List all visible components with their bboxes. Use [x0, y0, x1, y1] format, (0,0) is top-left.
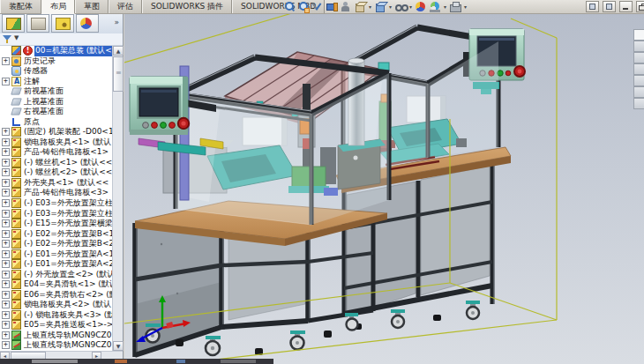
- expander-icon[interactable]: +: [2, 168, 10, 176]
- tree-item-2[interactable]: +历史记录: [0, 56, 112, 67]
- command-tab-2[interactable]: 布局: [41, 0, 75, 14]
- tree-item-8[interactable]: 原点: [0, 117, 112, 128]
- part-icon: [11, 279, 21, 289]
- tree-item-20[interactable]: +(-) E02=外壳放置架B<2: [0, 239, 112, 249]
- measure-icon[interactable]: [326, 1, 338, 12]
- tree-item-28[interactable]: +E05=夹具推送板<1>->: [0, 320, 112, 331]
- doc-window-button-1[interactable]: [586, 1, 599, 12]
- tree-item-11[interactable]: +产品-铸铝件电路板<1>: [0, 147, 112, 158]
- tree-item-3[interactable]: 传感器: [0, 66, 112, 77]
- section-view-icon[interactable]: [311, 1, 324, 12]
- tree-vertical-scrollbar[interactable]: ▲ ▼: [112, 46, 123, 351]
- command-tab-5[interactable]: SOLIDWORKS 插件: [142, 0, 232, 13]
- tree-item-12[interactable]: +(-) 螺丝机<1> (默认<<: [0, 158, 112, 168]
- expander-icon[interactable]: +: [2, 159, 10, 167]
- tree-item-17[interactable]: +(-) E03=外壳放置架立柱: [0, 208, 112, 219]
- expander-icon[interactable]: +: [2, 291, 10, 299]
- tree-item-18[interactable]: +(-) E15=外壳放置架横梁: [0, 219, 112, 229]
- expander-icon[interactable]: +: [2, 250, 10, 258]
- expander-icon[interactable]: +: [2, 210, 10, 218]
- doc-window-button-2[interactable]: [603, 1, 616, 12]
- 3d-viewport[interactable]: [124, 13, 644, 364]
- minimize-button[interactable]: [619, 1, 633, 12]
- expander-icon[interactable]: +: [2, 341, 10, 349]
- dropdown-arrow-icon[interactable]: ▾: [387, 1, 393, 12]
- task-pane-tab-2[interactable]: [633, 41, 644, 52]
- dropdown-arrow-icon[interactable]: ▾: [442, 1, 448, 12]
- expander-icon[interactable]: +: [2, 230, 10, 238]
- task-pane-tab-4[interactable]: [633, 63, 644, 75]
- tree-filter-bar[interactable]: ▼: [0, 33, 123, 46]
- tree-item-27[interactable]: +(-) 锁电路板夹具<3> (默: [0, 309, 112, 320]
- expander-icon[interactable]: +: [2, 260, 10, 268]
- tree-item-29[interactable]: +上银直线导轨MGN9CZ0: [0, 330, 112, 340]
- display-manager-tab[interactable]: [76, 14, 99, 33]
- expander-icon[interactable]: +: [2, 78, 10, 85]
- expander-icon[interactable]: +: [2, 240, 10, 248]
- dropdown-arrow-icon[interactable]: ▾: [367, 1, 373, 12]
- expander-icon[interactable]: +: [2, 280, 10, 288]
- command-tab-3[interactable]: 草图: [75, 0, 109, 13]
- tree-item-1[interactable]: !00=机架总装 (默认<显: [0, 46, 112, 56]
- tree-item-19[interactable]: +(-) E02=外壳放置架B<1: [0, 228, 112, 239]
- expander-icon[interactable]: +: [2, 331, 10, 339]
- tree-item-4[interactable]: +注解: [0, 77, 112, 87]
- scroll-up-button[interactable]: ▲: [113, 46, 124, 56]
- dropdown-arrow-icon[interactable]: ▾: [408, 1, 414, 12]
- expander-icon[interactable]: +: [2, 321, 10, 329]
- expander-icon[interactable]: +: [2, 179, 10, 187]
- command-tab-1[interactable]: 装配体: [0, 0, 41, 13]
- filter-funnel-icon: [3, 35, 11, 43]
- hide-show-items-icon[interactable]: [394, 1, 407, 12]
- expander-icon[interactable]: +: [2, 138, 10, 146]
- task-pane-tab-3[interactable]: [633, 52, 644, 63]
- zoom-fit-icon[interactable]: [283, 1, 296, 12]
- display-style-icon[interactable]: [374, 1, 386, 12]
- dropdown-arrow-icon[interactable]: ▾: [462, 1, 468, 12]
- expander-icon[interactable]: +: [2, 128, 10, 136]
- command-tab-4[interactable]: 评估: [109, 0, 142, 13]
- task-pane-tab-1[interactable]: [633, 29, 644, 41]
- configuration-manager-tab[interactable]: [51, 14, 74, 33]
- apply-scene-icon[interactable]: [429, 1, 441, 12]
- tree-item-24[interactable]: +E04=夹具滑轨<1> (默认: [0, 279, 112, 290]
- tree-item-16[interactable]: +(-) E03=外壳放置架立柱: [0, 198, 112, 209]
- zoom-area-icon[interactable]: [297, 1, 310, 12]
- expander-icon[interactable]: +: [2, 189, 10, 197]
- tree-item-30[interactable]: +上银直线导轨MGN9CZ0: [0, 340, 112, 351]
- tree-item-21[interactable]: +(-) E01=外壳放置架A<1: [0, 249, 112, 259]
- expander-icon[interactable]: +: [2, 311, 10, 319]
- tree-item-26[interactable]: +锁电路板夹具<2> (默认: [0, 300, 112, 310]
- tree-item-7[interactable]: 右视基准面: [0, 107, 112, 117]
- expander-icon[interactable]: +: [2, 301, 10, 308]
- expander-icon[interactable]: +: [2, 57, 10, 65]
- tree-item-25[interactable]: +E06=夹具滑轨右<2> (默: [0, 289, 112, 300]
- panel-overflow-button[interactable]: »: [114, 18, 119, 26]
- expander-icon[interactable]: +: [2, 271, 10, 279]
- view-orientation-icon[interactable]: [354, 1, 366, 12]
- expander-icon[interactable]: +: [2, 219, 10, 227]
- task-pane-tab-6[interactable]: [633, 86, 644, 98]
- view-settings-icon[interactable]: [449, 1, 461, 12]
- vertical-scroll-thumb[interactable]: [113, 56, 124, 92]
- expander-icon[interactable]: +: [2, 148, 10, 156]
- restore-button[interactable]: [636, 1, 644, 12]
- tree-item-9[interactable]: +(固定) 机架装配 -D00<1: [0, 127, 112, 137]
- tree-item-15[interactable]: +产品-铸铝件电路板<3>: [0, 188, 112, 198]
- tree-item-22[interactable]: +(-) E01=外壳放置架A<2: [0, 259, 112, 270]
- scroll-down-button[interactable]: ▼: [113, 341, 124, 351]
- task-pane-tab-5[interactable]: [633, 75, 644, 86]
- tree-item-10[interactable]: +锁电路板夹具<1> (默认: [0, 137, 112, 148]
- expander-icon[interactable]: +: [2, 199, 10, 207]
- feature-tree-tab[interactable]: [2, 14, 25, 33]
- tree-item-23[interactable]: +(-) 外壳放置盒<2> (默认: [0, 269, 112, 279]
- property-manager-tab[interactable]: [26, 14, 49, 33]
- tree-item-14[interactable]: +外壳夹具<1> (默认<<: [0, 178, 112, 189]
- filter-dropdown-icon[interactable]: ▼: [14, 34, 19, 41]
- assembly-visualization-icon[interactable]: [340, 1, 352, 12]
- tree-item-5[interactable]: 前视基准面: [0, 86, 112, 97]
- edit-appearance-icon[interactable]: [415, 1, 427, 12]
- tree-item-6[interactable]: 上视基准面: [0, 97, 112, 108]
- tree-item-13[interactable]: +(-) 螺丝机<2> (默认<<: [0, 167, 112, 178]
- task-pane-tab-7[interactable]: [633, 98, 644, 109]
